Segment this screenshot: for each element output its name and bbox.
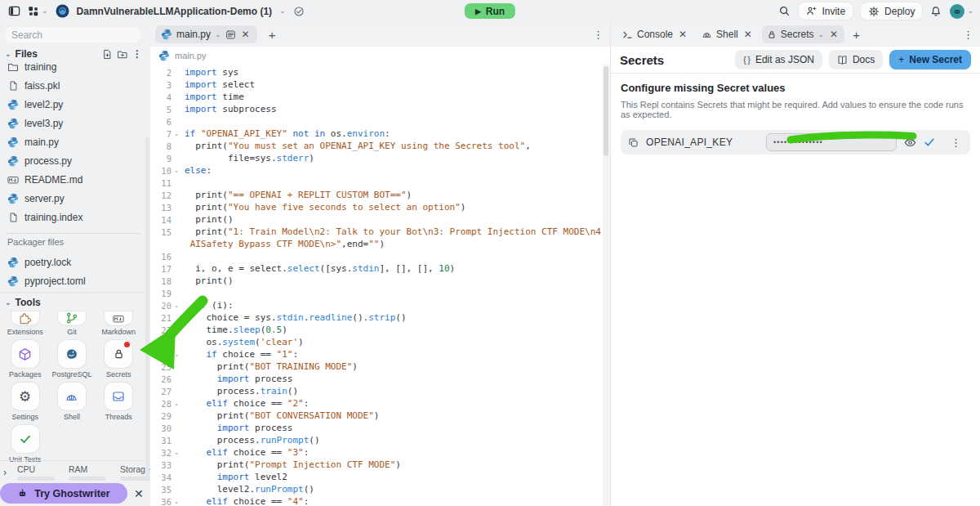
saved-check-circle-icon	[293, 6, 305, 17]
braces-icon: { }	[743, 56, 751, 65]
tool-markdown[interactable]: Markdown	[96, 311, 142, 336]
editor-scrollbar-thumb[interactable]	[604, 66, 608, 156]
chevron-down-icon[interactable]: ⌄	[215, 31, 221, 38]
code-line: 25 print("BOT TRAINING MODE")	[150, 360, 603, 373]
page-title: Secrets	[620, 53, 664, 67]
outline-icon[interactable]	[225, 29, 236, 40]
repl-title[interactable]: DamnVulnerableLLMApplication-Demo (1)	[77, 6, 273, 17]
fold-chevron-icon[interactable]: ⌄	[172, 348, 181, 360]
file-item-level2-py[interactable]: level2.py	[0, 95, 144, 114]
packager-files-label: Packager files	[7, 237, 64, 247]
file-item-main-py[interactable]: main.py	[0, 132, 144, 151]
close-tab-icon[interactable]: ✕	[240, 29, 252, 40]
dismiss-ghostwriter-icon[interactable]: ✕	[134, 487, 144, 500]
resource-meters: › CPU RAM Storage	[0, 460, 150, 483]
invite-button[interactable]: Invite	[799, 2, 853, 20]
file-item-process-py[interactable]: process.py	[0, 151, 144, 170]
line-number: 9	[150, 154, 172, 163]
line-number: 21	[150, 313, 172, 323]
new-tab-icon[interactable]: +	[264, 28, 281, 42]
secret-value-input[interactable]: ••••••••••••••	[766, 133, 897, 151]
try-ghostwriter-button[interactable]: Try Ghostwriter	[0, 483, 127, 504]
new-tab-icon[interactable]: +	[848, 28, 865, 42]
reveal-eye-icon[interactable]	[904, 137, 916, 149]
code-line: 29 print("BOT CONVERSATION MODE")	[150, 410, 603, 422]
new-secret-button[interactable]: + New Secret	[889, 50, 971, 69]
copy-icon[interactable]	[628, 137, 639, 148]
chevron-down-icon: ⌄	[42, 7, 48, 15]
sidebar-toggle-icon[interactable]	[8, 5, 20, 17]
code-line: 34 import level2	[150, 471, 603, 483]
code-line: 20 ⌄ if (i):	[150, 299, 603, 311]
file-item-training[interactable]: training	[0, 63, 144, 76]
fold-chevron-icon[interactable]: ⌄	[172, 299, 181, 311]
line-number: 17	[150, 264, 172, 274]
edit-as-json-button[interactable]: { } Edit as JSON	[735, 50, 822, 69]
new-folder-icon[interactable]	[117, 49, 128, 60]
notifications-bell-icon[interactable]	[930, 6, 942, 17]
chevron-down-icon[interactable]: ⌄	[818, 31, 825, 38]
replit-workspace: ⌄ DamnVulnerableLLMApplication-Demo (1) …	[0, 0, 980, 506]
expand-resources-chevron[interactable]: ›	[3, 467, 7, 478]
gear-icon: ⚙	[19, 390, 31, 404]
chevron-down-icon[interactable]: ⌄	[5, 51, 11, 58]
workspace-menu-icon[interactable]: ⌄	[28, 6, 48, 17]
file-item-server-py[interactable]: server.py	[0, 189, 144, 208]
code-area[interactable]: 2 import sys 3 import select 4 import ti…	[150, 65, 603, 506]
line-number: 29	[150, 411, 172, 421]
file-item-poetry-lock[interactable]: poetry.lock	[0, 253, 144, 271]
tool-shell[interactable]: Shell	[48, 383, 95, 421]
fold-chevron-icon[interactable]: ⌄	[172, 164, 181, 177]
file-item-faiss-pkl[interactable]: faiss.pkl	[0, 76, 144, 95]
code-line: 14 print()	[150, 213, 603, 226]
confirm-check-icon[interactable]	[924, 137, 935, 148]
docs-button[interactable]: Docs	[829, 50, 883, 69]
tab-main-py[interactable]: main.py ⌄ ✕	[155, 25, 257, 43]
fold-chevron-icon[interactable]: ⌄	[172, 397, 181, 410]
markdown-icon	[112, 313, 125, 325]
close-tab-icon[interactable]: ✕	[828, 29, 840, 40]
tool-threads[interactable]: Threads	[96, 383, 142, 421]
file-item-level3-py[interactable]: level3.py	[0, 114, 144, 132]
file-item-pyproject-toml[interactable]: pyproject.toml	[0, 271, 144, 290]
sidebar-scrollbar[interactable]	[145, 137, 149, 480]
line-number: 4	[150, 92, 172, 102]
editor-menu-kebab-icon[interactable]: ⋮	[593, 29, 604, 41]
fold-chevron-icon[interactable]: ⌄	[172, 446, 181, 459]
file-list: trainingfaiss.pkllevel2.pylevel3.pymain.…	[0, 63, 144, 226]
close-tab-icon[interactable]: ✕	[742, 29, 754, 40]
repl-app-icon[interactable]	[56, 4, 69, 18]
tab-secrets[interactable]: Secrets ⌄ ✕	[762, 25, 844, 43]
tab-shell[interactable]: Shell ✕	[697, 25, 759, 43]
tool-extensions[interactable]: Extensions	[2, 311, 48, 336]
tab-console[interactable]: Console ✕	[617, 25, 693, 43]
breadcrumb[interactable]: main.py	[150, 47, 610, 65]
secret-key-label: OPENAI_API_KEY	[646, 137, 733, 148]
tool-secrets[interactable]: Secrets	[96, 340, 142, 378]
tool-postgresql[interactable]: PostgreSQL	[48, 340, 95, 378]
code-line: 35 level2.runPrompt()	[150, 483, 603, 495]
files-menu-kebab-icon[interactable]: ⋮	[132, 48, 142, 60]
tool-git[interactable]: Git	[48, 311, 95, 336]
file-item-training-index[interactable]: training.index	[0, 208, 144, 226]
code-line: 27 process.train()	[150, 385, 603, 397]
secret-menu-kebab-icon[interactable]: ⋮	[951, 137, 961, 149]
close-tab-icon[interactable]: ✕	[677, 29, 688, 40]
tool-settings[interactable]: ⚙ Settings	[2, 383, 48, 421]
account-avatar[interactable]: ⌄	[950, 4, 973, 19]
fold-chevron-icon[interactable]: ⌄	[172, 128, 181, 140]
code-line: AISafety Bypass CTF MODE\n>",end="")	[150, 238, 603, 250]
panel-menu-kebab-icon[interactable]: ⋮	[963, 29, 973, 41]
run-button[interactable]: ▶ Run	[465, 3, 515, 19]
file-item-readme-md[interactable]: README.md	[0, 170, 144, 189]
search-icon[interactable]	[778, 5, 791, 17]
search-input[interactable]	[5, 27, 140, 43]
chevron-down-icon[interactable]: ⌄	[279, 7, 286, 15]
chevron-down-icon[interactable]: ⌄	[5, 299, 11, 307]
new-file-icon[interactable]	[102, 49, 113, 60]
fold-chevron-icon[interactable]: ⌄	[172, 495, 181, 506]
tool-packages[interactable]: Packages	[2, 340, 48, 378]
tool-unit-tests[interactable]: Unit Tests	[2, 425, 48, 463]
tools-section-header: ⌄ Tools	[5, 297, 142, 308]
deploy-button[interactable]: Deploy	[861, 2, 922, 20]
